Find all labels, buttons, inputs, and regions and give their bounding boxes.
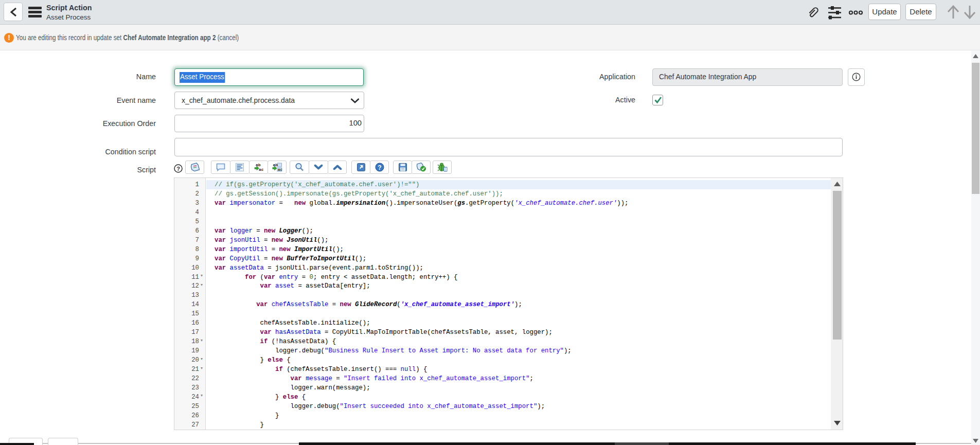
svg-text:ab: ab xyxy=(273,163,278,167)
svg-text:ab: ab xyxy=(256,163,261,167)
svg-text:ac: ac xyxy=(278,168,282,172)
svg-text:?: ? xyxy=(378,164,381,171)
svg-text:?: ? xyxy=(176,166,180,172)
svg-text:ac: ac xyxy=(259,167,263,172)
